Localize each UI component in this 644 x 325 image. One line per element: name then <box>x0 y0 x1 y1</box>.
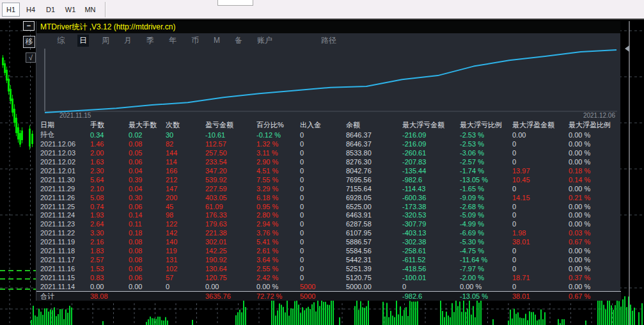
menu-item-0[interactable]: 综 <box>55 35 67 47</box>
menu-item-9[interactable]: 账户 <box>255 35 274 47</box>
table-cell: -13.05 % <box>460 176 512 184</box>
column-header: 日期 <box>40 120 90 130</box>
table-row: 2021.11.181.830.08119142.252.61 %05584.5… <box>36 246 621 255</box>
cell-date: 持仓 <box>40 130 90 139</box>
table-cell: 0.14 % <box>569 176 621 184</box>
table-row: 2021.11.305.640.39212539.927.55 %07695.5… <box>36 175 621 184</box>
table-cell: -1.65 % <box>460 185 512 193</box>
table-row: 2021.11.250.740.064561.090.95 %06525.00-… <box>36 202 621 211</box>
table-cell: 0.00 % <box>569 203 621 210</box>
table-cell: 0 <box>512 203 569 210</box>
table-cell: 147 <box>166 185 205 193</box>
table-cell: 0.18 % <box>569 167 621 175</box>
table-cell: -216.09 <box>402 131 460 139</box>
table-cell: 0.06 <box>129 265 166 273</box>
table-cell: 6928.05 <box>346 194 402 202</box>
timeframe-button-h4[interactable]: H4 <box>22 3 40 17</box>
timeframe-button-w1[interactable]: W1 <box>61 3 79 17</box>
mt4-terminal: { "palette":{"red":"#ee2d22","green":"#3… <box>0 0 644 325</box>
table-cell: 1.63 <box>90 158 129 166</box>
table-cell: 0.00 % <box>569 283 621 290</box>
table-cell: -258.61 <box>402 247 460 255</box>
table-cell: 0.00 % <box>569 158 621 166</box>
column-header: 最大浮亏比例 <box>460 120 512 130</box>
menu-item-3[interactable]: 月 <box>122 35 134 47</box>
cell-date: 2021.12.02 <box>40 158 90 166</box>
column-header: 最大浮亏金额 <box>402 120 460 130</box>
table-cell: 0 <box>512 220 569 228</box>
column-header: 余额 <box>346 120 402 130</box>
table-cell: 2.80 % <box>256 211 300 219</box>
table-cell: 2.42 % <box>256 274 300 281</box>
table-cell: 6463.91 <box>346 211 402 219</box>
table-cell: 0.00 % <box>569 149 621 157</box>
cell-date: 2021.11.19 <box>40 238 90 246</box>
table-cell: 2.94 % <box>256 220 300 228</box>
table-cell: 0.06 <box>129 274 166 281</box>
timeframe-button-d1[interactable]: D1 <box>42 3 59 17</box>
table-cell: 0.06 <box>129 158 166 166</box>
table-cell: -2.53 % <box>460 140 512 148</box>
cell-date: 2021.11.24 <box>40 211 90 219</box>
table-cell: 302.01 <box>205 238 256 246</box>
timeframe-toolbar: H1H4D1W1MN <box>0 0 644 20</box>
menu-item-6[interactable]: 币 <box>189 35 201 47</box>
table-cell: 212 <box>166 176 205 184</box>
table-cell: 0 <box>300 194 346 202</box>
table-cell: 539.92 <box>205 176 256 184</box>
table-row: 持仓0.340.0230-10.61-0.12 %08646.37-216.09… <box>36 130 621 139</box>
table-cell: 0.14 <box>129 211 166 219</box>
table-cell: 0.02 <box>129 131 166 139</box>
table-cell: 119 <box>166 247 205 255</box>
table-cell: 2.55 % <box>256 265 300 273</box>
mtdriver-stats-panel: MTDriver统计 ,V3.12 (http://mtdriver.cn) 综… <box>36 21 620 301</box>
cell-date: 2021.11.18 <box>40 247 90 255</box>
menu-item-7[interactable]: M <box>212 35 222 45</box>
table-cell: 0 <box>300 220 346 228</box>
daily-stats-table: 日期手数最大手数次数盈亏金额百分比%出入金余额最大浮亏金额最大浮亏比例最大浮盈金… <box>36 120 621 291</box>
table-cell: 0.08 <box>129 140 166 148</box>
timeframe-button-h1[interactable]: H1 <box>2 3 20 17</box>
timeframe-button-mn[interactable]: MN <box>81 3 99 17</box>
table-cell: -4.99 % <box>460 220 512 228</box>
table-cell: -6.69 % <box>460 229 512 237</box>
menu-item-4[interactable]: 季 <box>145 35 156 47</box>
table-cell: -302.38 <box>402 238 460 246</box>
table-row: 2021.11.292.100.04147227.593.29 %07155.6… <box>36 184 621 193</box>
table-cell: -260.61 <box>402 149 460 157</box>
column-header: 手数 <box>90 120 129 130</box>
table-cell: 5000.00 <box>346 283 402 290</box>
timeframe-buttons: H1H4D1W1MN <box>2 3 101 17</box>
table-row: 2021.11.172.570.08131190.923.64 %05442.3… <box>36 255 621 264</box>
menu-item-1[interactable]: 日 <box>77 35 89 47</box>
table-row: 2021.11.241.930.1498176.332.80 %06463.91… <box>36 211 621 220</box>
menu-item-10[interactable]: 路径 <box>319 35 338 47</box>
panel-check-button[interactable]: √ <box>26 52 36 63</box>
table-cell: -600.36 <box>402 194 460 202</box>
table-cell: 0 <box>512 185 569 193</box>
menu-item-5[interactable]: 年 <box>167 35 178 47</box>
table-cell: -207.83 <box>402 158 460 166</box>
menu-item-2[interactable]: 周 <box>100 35 111 47</box>
table-cell: 233.54 <box>205 158 256 166</box>
panel-minimize-button[interactable]: − <box>23 21 35 31</box>
table-cell: 38.01 <box>512 238 569 246</box>
panel-move-button[interactable]: 移 <box>23 36 35 48</box>
table-cell: 0 <box>300 167 346 175</box>
table-cell: 112.57 <box>205 140 256 148</box>
table-row: 2021.11.192.160.08140302.015.41 %05886.5… <box>36 237 621 246</box>
table-cell: 0.30 <box>129 194 166 202</box>
panel-title-bar[interactable]: MTDriver统计 ,V3.12 (http://mtdriver.cn) <box>36 21 620 33</box>
table-cell: 130.64 <box>205 265 256 273</box>
table-cell: -4.75 % <box>460 247 512 255</box>
table-cell: 0 <box>300 211 346 219</box>
table-cell: 3.76 % <box>256 229 300 237</box>
table-cell: 0.00 <box>512 131 569 139</box>
panel-menu: 综日周月季年币M备账户路径 <box>36 33 620 47</box>
table-cell: 4.51 % <box>256 167 300 175</box>
table-cell: 2.16 <box>90 238 129 246</box>
table-cell: 176.33 <box>205 211 256 219</box>
table-cell: 2.00 <box>90 149 129 157</box>
table-cell: 0.34 <box>90 131 129 139</box>
menu-item-8[interactable]: 备 <box>233 35 244 47</box>
